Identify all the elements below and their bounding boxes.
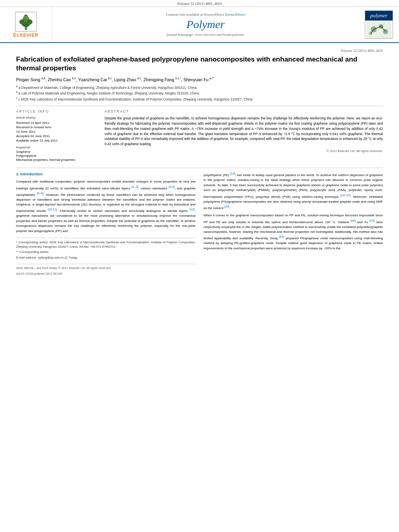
affiliation-a: a a Department of Materials, College of …	[16, 84, 383, 90]
polymer-logo-area: polymer	[359, 7, 399, 42]
footnote-1: * Corresponding author. MOE Key Laborato…	[16, 240, 195, 249]
polymer-visual-icon	[365, 21, 393, 38]
elsevier-tree-icon	[15, 12, 37, 32]
divider-2	[16, 168, 383, 168]
copyright-line: © 2011 Elsevier Ltd. All rights reserved…	[105, 149, 383, 153]
keyword-3: Mechanical properties, thermal propertie…	[16, 158, 97, 162]
keywords-label: Keywords:	[16, 146, 97, 149]
article-page-ref: Polymer 52 (2011) 4001–4010	[16, 49, 383, 53]
bottom-bar: 0032-3861/$ – see front matter © 2011 El…	[16, 264, 195, 271]
revised-date: 10 June 2011	[16, 130, 97, 134]
svg-point-7	[28, 20, 30, 22]
footnotes: * Corresponding author. MOE Key Laborato…	[16, 238, 195, 260]
authors-line: Pingan Song a,b, Zhenhu Cao b,c, Yuanzhe…	[16, 77, 383, 82]
svg-point-6	[22, 20, 24, 22]
journal-title: Polymer	[187, 18, 225, 31]
affiliation-b: b b Lab of Polymer Materials and Enginee…	[16, 90, 383, 96]
intro-para-2: polyethylene (PE) [13], two kinds of wid…	[204, 171, 383, 211]
footnote-email: E-mail address: zpfang@zju.edu.cn (Z. Fa…	[16, 256, 195, 260]
journal-header: ELSEVIER Contents lists available at Sci…	[0, 7, 399, 43]
article-info-heading: ARTICLE INFO	[16, 109, 97, 113]
affiliations: a a Department of Materials, College of …	[16, 84, 383, 102]
divider-1	[16, 106, 383, 106]
article-info-column: ARTICLE INFO Article history: Received 1…	[16, 109, 97, 162]
elsevier-logo: ELSEVIER	[13, 12, 38, 37]
body-content: 1. Introduction Compared with traditiona…	[16, 171, 383, 276]
issn-text: 0032-3861/$ – see front matter © 2011 El…	[16, 266, 111, 271]
affiliation-c: c c MOE Key Laboratory of Macromolecular…	[16, 96, 383, 102]
sciencedirect-link: Contents lists available at ScienceDirec…	[166, 12, 245, 16]
journal-info: Contents lists available at ScienceDirec…	[52, 7, 359, 42]
body-col-right: polyethylene (PE) [13], two kinds of wid…	[204, 171, 383, 276]
history-label: Article history:	[16, 116, 97, 119]
revised-label: Received in revised form	[16, 125, 97, 129]
article-title: Fabrication of exfoliated graphene-based…	[16, 55, 383, 73]
body-col-left: 1. Introduction Compared with traditiona…	[16, 171, 195, 276]
received-date: Received 12 April 2011	[16, 121, 97, 125]
svg-point-8	[25, 14, 27, 16]
intro-para-3: When it comes to the graphene nanocompos…	[204, 213, 383, 251]
svg-rect-10	[366, 21, 391, 38]
polymer-wordmark: polymer	[370, 12, 388, 18]
abstract-heading: ABSTRACT	[105, 109, 383, 113]
article-info-abstract: ARTICLE INFO Article history: Received 1…	[16, 109, 383, 162]
top-banner: Polymer 52 (2011) 4001–4010	[0, 0, 399, 7]
keyword-1: Graphene	[16, 150, 97, 154]
polymer-logo: polymer	[365, 10, 393, 39]
main-content: Polymer 52 (2011) 4001–4010 Fabrication …	[0, 43, 399, 281]
intro-para-1: Compared with traditional composites, po…	[16, 179, 195, 234]
footnote-2: ** Corresponding author.	[16, 250, 195, 255]
abstract-column: ABSTRACT Despite the great potential of …	[105, 109, 383, 162]
intro-title: 1. Introduction	[16, 171, 195, 177]
online-date: Available online 13 July 2011	[16, 139, 97, 142]
abstract-text: Despite the great potential of graphene …	[105, 116, 383, 147]
elsevier-logo-area: ELSEVIER	[0, 7, 52, 42]
keyword-2: Polypropylene	[16, 154, 97, 158]
accepted-date: Accepted 24 June 2011	[16, 134, 97, 138]
elsevier-wordmark: ELSEVIER	[13, 33, 38, 37]
doi-text: doi:10.1016/j.polymer.2011.06.045	[16, 271, 195, 276]
page-info-text: Polymer 52 (2011) 4001–4010	[177, 2, 222, 6]
journal-url: journal homepage: www.elsevier.com/locat…	[167, 33, 244, 37]
